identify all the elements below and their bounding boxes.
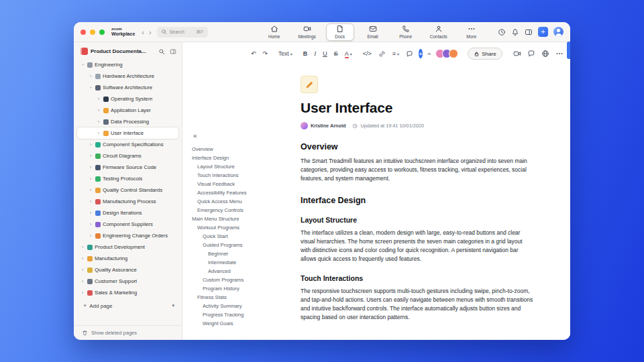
show-deleted-button[interactable]: Show deleted pages (74, 325, 182, 340)
outline-item[interactable]: Beginner (192, 249, 297, 258)
chevron-right-icon[interactable]: › (88, 187, 93, 193)
sidebar-search-icon[interactable] (158, 48, 165, 55)
chevron-right-icon[interactable]: › (88, 164, 93, 170)
sidebar-item[interactable]: ›Testing Protocols (77, 173, 178, 184)
chevron-down-icon[interactable]: › (88, 85, 94, 90)
document-body[interactable]: User Interface Kristine Arnold Updated a… (297, 62, 570, 340)
sidebar-item[interactable]: ›Component Specifications (77, 139, 178, 150)
chevron-down-icon[interactable]: › (80, 62, 86, 68)
sidebar-item[interactable]: ›Customer Support (77, 276, 178, 287)
outline-item[interactable]: Weight Goals (192, 319, 297, 328)
bold-button[interactable]: B (302, 48, 309, 60)
strikethrough-button[interactable]: S (333, 48, 339, 60)
forward-button[interactable]: › (149, 28, 152, 36)
outline-item[interactable]: Overview (192, 145, 297, 154)
chevron-right-icon[interactable]: › (88, 176, 93, 182)
dots-button[interactable] (555, 50, 564, 58)
chevron-right-icon[interactable]: › (96, 130, 101, 136)
sidebar-item[interactable]: ›Operating System (77, 93, 178, 105)
collapse-sidebar-icon[interactable] (170, 48, 176, 55)
sidebar-item[interactable]: ›Circuit Diagrams (77, 150, 178, 162)
share-button[interactable]: Share (468, 48, 502, 60)
sidebar-item[interactable]: ›Manufacturing (77, 253, 178, 264)
user-avatar[interactable] (553, 27, 564, 37)
chevron-right-icon[interactable]: › (96, 119, 101, 125)
video-button[interactable] (513, 50, 521, 58)
outline-item[interactable]: Fitness Stats (192, 293, 297, 302)
outline-item[interactable]: Custom Programs (192, 276, 297, 284)
list-button[interactable]: ≡▾ (391, 48, 400, 60)
insert-button[interactable]: + (419, 49, 423, 58)
globe-button[interactable] (541, 50, 549, 58)
chevron-right-icon[interactable]: › (96, 107, 101, 113)
chevron-right-icon[interactable]: › (88, 153, 93, 159)
clock-button[interactable] (498, 28, 506, 36)
sidebar-item[interactable]: ›Engineering Change Orders (77, 230, 178, 241)
link-button[interactable] (377, 48, 387, 60)
chevron-right-icon[interactable]: › (88, 141, 93, 147)
tab-email[interactable]: Email (359, 23, 387, 41)
outline-item[interactable]: Emergency Controls (192, 206, 297, 215)
outline-item[interactable]: Advanced (192, 267, 297, 276)
chevron-right-icon[interactable]: › (96, 96, 101, 102)
chevron-right-icon[interactable]: › (88, 210, 93, 216)
chevron-right-icon[interactable]: › (88, 73, 93, 79)
chevron-right-icon[interactable]: › (88, 198, 93, 204)
outline-item[interactable]: Visual Feedback (192, 180, 297, 188)
sidebar-item[interactable]: ›Quality Control Standards (77, 184, 178, 196)
chevron-right-icon[interactable]: › (80, 244, 85, 250)
outline-item[interactable]: Workout Programs (192, 223, 297, 232)
outline-item[interactable]: Program History (192, 284, 297, 293)
text-style-select[interactable]: Text▾ (277, 48, 294, 60)
italic-button[interactable]: I (313, 48, 317, 60)
code-button[interactable]: </> (362, 48, 373, 60)
outline-item[interactable]: Main Menu Structure (192, 215, 297, 223)
global-search-input[interactable]: Search ⌘F (157, 27, 208, 38)
new-button[interactable]: + (538, 27, 548, 37)
outline-item[interactable]: Activity Summary (192, 302, 297, 310)
sidebar-item[interactable]: ›Engineering (77, 59, 178, 70)
maximize-button[interactable] (99, 29, 105, 35)
sidebar-item[interactable]: ›Design Iterations (77, 207, 178, 219)
underline-button[interactable]: U (321, 48, 329, 60)
collapse-outline-button[interactable]: « (193, 132, 201, 139)
tab-more[interactable]: More (458, 23, 486, 41)
tab-phone[interactable]: Phone (392, 23, 420, 41)
sidebar-item[interactable]: ›Quality Assurance (77, 264, 178, 276)
sidebar-item[interactable]: ›Firmware Source Code (77, 162, 178, 173)
redo-button[interactable]: ↷ (262, 48, 270, 60)
bell-button[interactable] (511, 28, 519, 36)
sidebar-item[interactable]: ›Component Suppliers (77, 219, 178, 230)
outline-item[interactable]: Layout Structure (192, 162, 297, 171)
collapse-toolbar-button[interactable]: › (427, 48, 431, 60)
outline-item[interactable]: Quick Start (192, 232, 297, 241)
side-panel-handle[interactable] (567, 42, 570, 59)
undo-button[interactable]: ↶ (250, 48, 258, 60)
sidebar-item[interactable]: ›Hardware Architecture (77, 70, 178, 82)
chevron-right-icon[interactable]: › (80, 267, 85, 273)
tab-meetings[interactable]: Meetings (293, 23, 321, 41)
sidebar-item[interactable]: ›Sales & Marketing (77, 287, 178, 298)
bubble-button[interactable] (527, 50, 535, 58)
panel-button[interactable] (525, 28, 533, 36)
outline-item[interactable]: Accessibility Features (192, 188, 297, 197)
outline-item[interactable]: Quick Access Menu (192, 197, 297, 206)
tab-home[interactable]: Home (260, 23, 288, 41)
outline-item[interactable]: Progress Tracking (192, 310, 297, 319)
chevron-right-icon[interactable]: › (80, 290, 85, 296)
add-page-button[interactable]: + Add page ▾ (77, 300, 178, 312)
sidebar-item[interactable]: ›Data Processing (77, 116, 178, 127)
comment-button[interactable] (405, 48, 415, 60)
collaborator-avatar[interactable] (449, 49, 458, 58)
chevron-right-icon[interactable]: › (80, 255, 85, 261)
chevron-right-icon[interactable]: › (88, 233, 93, 239)
outline-item[interactable]: Intermediate (192, 258, 297, 267)
sidebar-item[interactable]: ›Product Development (77, 241, 178, 253)
tab-docs[interactable]: Docs (326, 23, 354, 41)
tab-contacts[interactable]: Contacts (425, 23, 453, 41)
outline-item[interactable]: Touch Interactions (192, 171, 297, 180)
text-color-button[interactable]: A▾ (343, 48, 354, 60)
sidebar-item[interactable]: ›Manufacturing Process (77, 196, 178, 207)
close-button[interactable] (80, 29, 86, 35)
minimize-button[interactable] (90, 29, 95, 35)
